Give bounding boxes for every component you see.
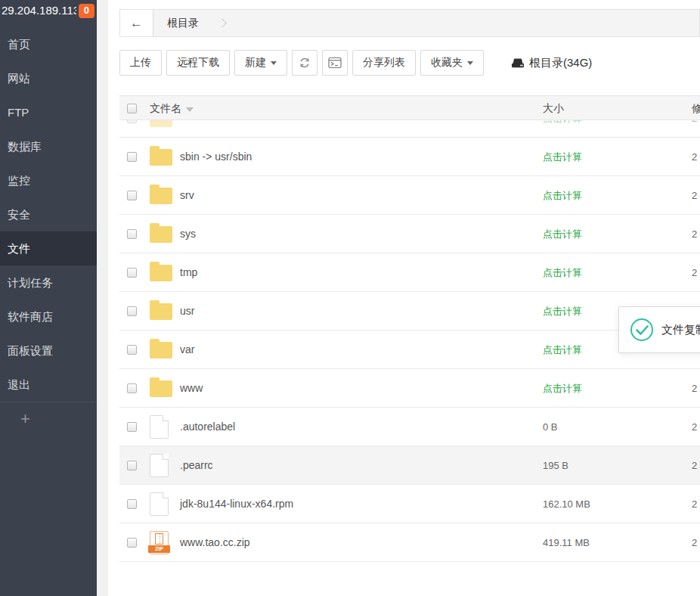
row-checkbox[interactable]	[127, 422, 137, 432]
server-header[interactable]: 29.204.189.113 0	[0, 0, 97, 27]
folder-icon	[150, 342, 172, 359]
folder-icon	[150, 380, 172, 397]
row-checkbox[interactable]	[127, 345, 137, 355]
modified-date: 2	[692, 215, 697, 253]
favorites-dropdown-button[interactable]: 收藏夹	[420, 50, 484, 76]
calc-size-link[interactable]: 点击计算	[543, 383, 582, 394]
table-row[interactable]: jdk-8u144-linux-x64.rpm 162.10 MB 2	[119, 485, 700, 523]
sidebar-item-FTP[interactable]: FTP	[0, 95, 97, 129]
table-row[interactable]: sbin -> usr/sbin 点击计算 2	[119, 138, 700, 176]
row-checkbox[interactable]	[127, 229, 137, 239]
back-arrow-icon: ←	[130, 16, 143, 31]
table-row[interactable]: 点击计算 2	[119, 120, 700, 138]
sidebar-item-计划任务[interactable]: 计划任务	[0, 265, 97, 300]
terminal-button[interactable]	[322, 50, 348, 76]
row-checkbox[interactable]	[127, 383, 137, 393]
file-name-link[interactable]: usr	[180, 292, 194, 331]
calc-size-link[interactable]: 点击计算	[543, 306, 582, 317]
table-row[interactable]: usr 点击计算 2	[119, 292, 700, 331]
column-size: 大小	[543, 102, 564, 116]
sidebar-item-软件商店[interactable]: 软件商店	[0, 300, 97, 334]
calc-size-link[interactable]: 点击计算	[543, 190, 582, 201]
row-checkbox[interactable]	[127, 191, 137, 200]
upload-button[interactable]: 上传	[119, 50, 162, 76]
file-size: 点击计算	[543, 138, 582, 176]
modified-date: 2	[692, 523, 697, 562]
file-name-link[interactable]: www	[180, 369, 203, 408]
table-row[interactable]: var 点击计算 2	[119, 331, 700, 369]
remote-download-button[interactable]: 远程下载	[166, 50, 230, 76]
file-size: 点击计算	[543, 176, 582, 215]
select-all-checkbox[interactable]	[127, 104, 137, 113]
file-size: 点击计算	[543, 331, 582, 369]
toolbar: 上传 远程下载 新建 分享列表 收藏夹	[119, 50, 700, 76]
chevron-down-icon	[467, 61, 473, 65]
row-checkbox[interactable]	[127, 538, 137, 548]
new-dropdown-button[interactable]: 新建	[234, 50, 287, 76]
file-name-link[interactable]: var	[180, 331, 194, 369]
refresh-button[interactable]	[292, 50, 317, 76]
file-name-link[interactable]: srv	[180, 176, 194, 215]
back-button[interactable]: ←	[120, 10, 153, 36]
table-row[interactable]: www 点击计算 2	[119, 369, 700, 408]
row-checkbox[interactable]	[127, 268, 137, 278]
table-row[interactable]: .pearrc 195 B 2	[119, 446, 700, 485]
table-row[interactable]: srv 点击计算 2	[119, 176, 700, 215]
row-checkbox[interactable]	[127, 152, 137, 162]
add-shortcut-button[interactable]: +	[0, 402, 97, 436]
file-size: 195 B	[543, 446, 568, 485]
sidebar-item-面板设置[interactable]: 面板设置	[0, 334, 97, 368]
file-size: 点击计算	[543, 253, 582, 292]
refresh-icon	[299, 57, 311, 69]
column-filename[interactable]: 文件名	[150, 102, 194, 116]
folder-icon	[150, 303, 172, 320]
disk-root-label: 根目录(34G)	[529, 56, 592, 70]
sidebar-item-监控[interactable]: 监控	[0, 163, 97, 197]
row-checkbox[interactable]	[127, 461, 137, 470]
sidebar-item-文件[interactable]: 文件	[0, 231, 97, 265]
calc-size-link[interactable]: 点击计算	[543, 228, 582, 240]
table-row[interactable]: .autorelabel 0 B 2	[119, 408, 700, 446]
row-checkbox[interactable]	[127, 120, 137, 123]
file-name-link[interactable]: .autorelabel	[180, 408, 235, 446]
sidebar-item-首页[interactable]: 首页	[0, 27, 97, 61]
file-name-link[interactable]: tmp	[180, 253, 197, 292]
file-name-link[interactable]: sys	[180, 215, 196, 253]
file-name-link[interactable]: sbin -> usr/sbin	[180, 138, 252, 176]
calc-size-link[interactable]: 点击计算	[543, 344, 582, 355]
file-name-link[interactable]: jdk-8u144-linux-x64.rpm	[180, 485, 293, 523]
table-header: 文件名 大小 修改时间	[119, 95, 700, 120]
sidebar-item-数据库[interactable]: 数据库	[0, 129, 97, 163]
folder-icon	[150, 226, 172, 243]
sort-desc-icon	[186, 107, 194, 112]
bt-panel-file-manager: { "colors": { "sidebar_bg": "#3b414d", "…	[0, 0, 700, 596]
file-name-link[interactable]: www.tao.cc.zip	[180, 523, 250, 562]
message-count-badge[interactable]: 0	[79, 4, 94, 18]
sidebar-item-网站[interactable]: 网站	[0, 61, 97, 95]
table-row[interactable]: ZIP www.tao.cc.zip 419.11 MB 2	[119, 523, 700, 562]
file-name-link[interactable]: .pearrc	[180, 446, 213, 485]
breadcrumb-root[interactable]: 根目录	[167, 17, 199, 30]
success-toast: 文件复制成功	[618, 306, 700, 353]
row-checkbox[interactable]	[127, 306, 137, 316]
share-list-button[interactable]: 分享列表	[352, 50, 416, 76]
calc-size-link[interactable]: 点击计算	[543, 151, 582, 163]
calc-size-link[interactable]: 点击计算	[543, 267, 582, 278]
sidebar-item-安全[interactable]: 安全	[0, 197, 97, 231]
modified-date: 2	[692, 176, 697, 215]
disk-root-link[interactable]: 根目录(34G)	[511, 56, 592, 70]
modified-date: 2	[692, 120, 697, 138]
file-icon	[150, 454, 169, 477]
table-row[interactable]: tmp 点击计算 2	[119, 253, 700, 292]
folded-corner	[163, 415, 169, 421]
file-table: 文件名 大小 修改时间 点击计算 2 sbin -> usr/sbin 点击计算…	[119, 95, 700, 562]
calc-size-link[interactable]: 点击计算	[543, 120, 582, 124]
folded-corner	[163, 492, 169, 498]
file-size: 点击计算	[543, 215, 582, 253]
modified-date: 2	[692, 253, 697, 292]
file-size: 0 B	[543, 408, 558, 446]
row-checkbox[interactable]	[127, 499, 137, 509]
sidebar-item-退出[interactable]: 退出	[0, 368, 97, 402]
file-size: 点击计算	[543, 369, 582, 408]
table-row[interactable]: sys 点击计算 2	[119, 215, 700, 253]
